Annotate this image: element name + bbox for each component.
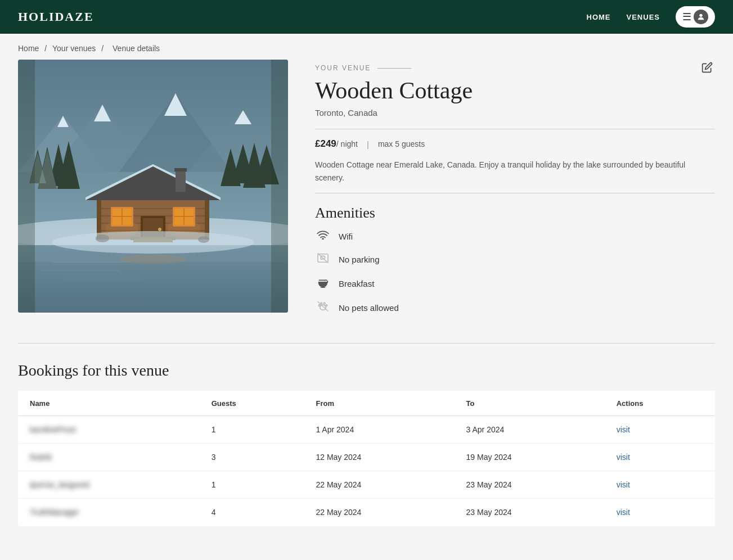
booking-name: fredrik xyxy=(19,443,200,471)
booking-name: TruthManager xyxy=(19,498,200,526)
table-row: TruthManager422 May 202423 May 2024visit xyxy=(19,498,715,526)
booking-to: 19 May 2024 xyxy=(455,443,605,471)
visit-link[interactable]: visit xyxy=(617,453,630,462)
booking-from: 22 May 2024 xyxy=(304,498,455,526)
col-to: To xyxy=(455,391,605,416)
svg-point-64 xyxy=(318,305,320,306)
col-actions: Actions xyxy=(605,391,715,416)
svg-point-63 xyxy=(323,302,325,304)
breadcrumb-sep1: / xyxy=(44,44,49,53)
breadcrumb-current: Venue details xyxy=(113,44,160,53)
navbar: HOLIDAZE HOME VENUES ☰ xyxy=(0,0,733,34)
booking-name: tporrse_langured xyxy=(19,471,200,498)
booking-to: 23 May 2024 xyxy=(455,498,605,526)
table-header: Name Guests From To Actions xyxy=(19,391,715,416)
svg-rect-34 xyxy=(176,169,186,192)
your-venue-label: YOUR VENUE xyxy=(315,64,715,72)
col-name: Name xyxy=(19,391,200,416)
svg-rect-35 xyxy=(174,168,187,171)
venue-image xyxy=(18,60,288,313)
bookings-table: Name Guests From To Actions karolinePros… xyxy=(18,391,715,526)
svg-point-62 xyxy=(321,302,322,304)
venue-description: Wooden Cottage near Emerald Lake, Canada… xyxy=(315,159,715,184)
nav-links: HOME VENUES ☰ xyxy=(587,6,715,28)
visit-link[interactable]: visit xyxy=(617,480,630,489)
booking-from: 1 Apr 2024 xyxy=(304,416,455,443)
breadcrumb-your-venues[interactable]: Your venues xyxy=(52,44,96,53)
bookings-section: Bookings for this venue Name Guests From… xyxy=(18,362,715,526)
svg-point-65 xyxy=(326,305,327,306)
divider-1 xyxy=(315,129,715,129)
nav-home[interactable]: HOME xyxy=(587,13,611,21)
amenity-no-parking: No parking xyxy=(315,252,715,267)
visit-link[interactable]: visit xyxy=(617,508,630,517)
booking-guests: 1 xyxy=(200,416,305,443)
main-content: YOUR VENUE Wooden Cottage Toronto, Canad… xyxy=(0,60,733,544)
svg-point-51 xyxy=(119,255,187,264)
hamburger-icon: ☰ xyxy=(682,11,691,23)
table-row: karolineProst11 Apr 20243 Apr 2024visit xyxy=(19,416,715,443)
booking-from: 12 May 2024 xyxy=(304,443,455,471)
price-row: £249/ night | max 5 guests xyxy=(315,138,715,150)
table-body: karolineProst11 Apr 20243 Apr 2024visitf… xyxy=(19,416,715,526)
svg-point-54 xyxy=(198,236,209,243)
booking-from: 22 May 2024 xyxy=(304,471,455,498)
price-separator: | xyxy=(367,139,369,149)
booking-action: visit xyxy=(605,416,715,443)
breadcrumb-sep2: / xyxy=(101,44,106,53)
table-row: fredrik312 May 202419 May 2024visit xyxy=(19,443,715,471)
amenity-no-parking-label: No parking xyxy=(339,255,380,264)
svg-rect-55 xyxy=(18,60,35,313)
site-logo[interactable]: HOLIDAZE xyxy=(18,10,94,24)
table-row: tporrse_langured122 May 202423 May 2024v… xyxy=(19,471,715,498)
svg-point-46 xyxy=(158,228,161,231)
no-parking-icon xyxy=(315,252,331,267)
breadcrumb: Home / Your venues / Venue details xyxy=(0,34,733,60)
svg-rect-60 xyxy=(322,286,324,287)
wifi-icon xyxy=(315,231,331,242)
amenity-breakfast-label: Breakfast xyxy=(339,279,374,288)
booking-to: 3 Apr 2024 xyxy=(455,416,605,443)
venue-location: Toronto, Canada xyxy=(315,108,715,118)
svg-point-0 xyxy=(699,14,702,17)
venue-price: £249/ night xyxy=(315,138,358,150)
amenity-no-pets: No pets allowed xyxy=(315,301,715,315)
svg-point-53 xyxy=(96,234,109,242)
amenity-wifi-label: Wifi xyxy=(339,232,353,241)
svg-point-52 xyxy=(52,231,254,254)
max-guests: max 5 guests xyxy=(378,139,425,148)
venue-section: YOUR VENUE Wooden Cottage Toronto, Canad… xyxy=(18,60,715,344)
breadcrumb-home[interactable]: Home xyxy=(18,44,39,53)
visit-link[interactable]: visit xyxy=(617,425,630,434)
venue-details: YOUR VENUE Wooden Cottage Toronto, Canad… xyxy=(315,60,715,325)
booking-guests: 1 xyxy=(200,471,305,498)
bookings-title: Bookings for this venue xyxy=(18,362,715,380)
booking-action: visit xyxy=(605,498,715,526)
amenity-no-pets-label: No pets allowed xyxy=(339,303,399,313)
svg-line-59 xyxy=(318,254,328,263)
nav-venues[interactable]: VENUES xyxy=(627,13,660,21)
divider-2 xyxy=(315,193,715,193)
amenities-title: Amenities xyxy=(315,205,715,222)
svg-rect-56 xyxy=(271,60,288,313)
booking-guests: 3 xyxy=(200,443,305,471)
svg-rect-61 xyxy=(320,287,325,288)
price-unit: / night xyxy=(336,139,358,148)
booking-action: visit xyxy=(605,471,715,498)
svg-point-57 xyxy=(322,238,323,240)
user-avatar-icon xyxy=(694,10,708,24)
booking-action: visit xyxy=(605,443,715,471)
venue-title: Wooden Cottage xyxy=(315,78,715,103)
col-from: From xyxy=(304,391,455,416)
nav-user-menu[interactable]: ☰ xyxy=(676,6,715,28)
amenity-breakfast: Breakfast xyxy=(315,277,715,291)
breakfast-icon xyxy=(315,277,331,291)
booking-guests: 4 xyxy=(200,498,305,526)
booking-to: 23 May 2024 xyxy=(455,471,605,498)
edit-venue-button[interactable] xyxy=(699,60,715,78)
col-guests: Guests xyxy=(200,391,305,416)
amenity-wifi: Wifi xyxy=(315,231,715,242)
no-pets-icon xyxy=(315,301,331,315)
booking-name: karolineProst xyxy=(19,416,200,443)
